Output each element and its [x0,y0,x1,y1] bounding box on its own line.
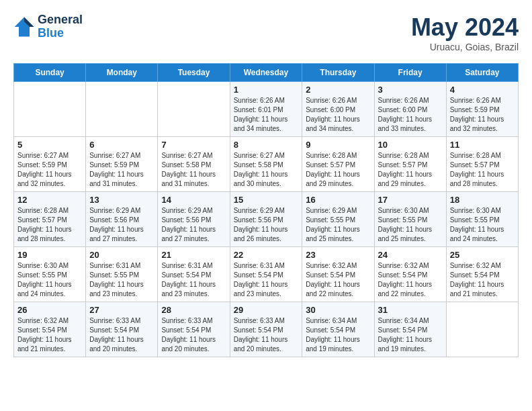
calendar-cell: 24Sunrise: 6:32 AM Sunset: 5:54 PM Dayli… [374,247,446,302]
day-number: 11 [450,140,515,150]
calendar-cell: 19Sunrise: 6:30 AM Sunset: 5:55 PM Dayli… [14,247,86,302]
calendar-cell: 9Sunrise: 6:28 AM Sunset: 5:57 PM Daylig… [302,137,374,192]
day-info: Sunrise: 6:33 AM Sunset: 5:54 PM Dayligh… [161,316,226,354]
calendar-row: 19Sunrise: 6:30 AM Sunset: 5:55 PM Dayli… [14,247,519,302]
day-number: 9 [306,140,370,150]
day-number: 1 [234,85,299,95]
day-number: 2 [306,85,370,95]
calendar-cell: 29Sunrise: 6:33 AM Sunset: 5:54 PM Dayli… [230,302,302,357]
calendar-cell: 10Sunrise: 6:28 AM Sunset: 5:57 PM Dayli… [374,137,446,192]
calendar-table: SundayMondayTuesdayWednesdayThursdayFrid… [13,63,519,357]
calendar-row: 5Sunrise: 6:27 AM Sunset: 5:59 PM Daylig… [14,137,519,192]
day-info: Sunrise: 6:26 AM Sunset: 6:00 PM Dayligh… [378,96,443,134]
day-info: Sunrise: 6:28 AM Sunset: 5:57 PM Dayligh… [450,151,515,189]
weekday-header: Saturday [446,64,518,82]
calendar-row: 1Sunrise: 6:26 AM Sunset: 6:01 PM Daylig… [14,82,519,137]
weekday-header: Thursday [302,64,374,82]
weekday-header: Sunday [14,64,86,82]
calendar-cell [86,82,158,137]
calendar-row: 12Sunrise: 6:28 AM Sunset: 5:57 PM Dayli… [14,192,519,247]
day-info: Sunrise: 6:32 AM Sunset: 5:54 PM Dayligh… [378,261,443,299]
day-number: 31 [378,305,443,315]
day-number: 12 [17,195,82,205]
day-number: 14 [161,195,226,205]
day-number: 28 [161,305,226,315]
day-info: Sunrise: 6:26 AM Sunset: 5:59 PM Dayligh… [450,96,515,134]
day-number: 22 [234,250,299,260]
calendar-cell: 5Sunrise: 6:27 AM Sunset: 5:59 PM Daylig… [14,137,86,192]
day-info: Sunrise: 6:32 AM Sunset: 5:54 PM Dayligh… [306,261,370,299]
calendar-cell: 23Sunrise: 6:32 AM Sunset: 5:54 PM Dayli… [302,247,374,302]
day-number: 7 [161,140,226,150]
day-info: Sunrise: 6:32 AM Sunset: 5:54 PM Dayligh… [17,316,82,354]
calendar-cell: 7Sunrise: 6:27 AM Sunset: 5:58 PM Daylig… [158,137,230,192]
day-info: Sunrise: 6:30 AM Sunset: 5:55 PM Dayligh… [17,261,82,299]
day-info: Sunrise: 6:26 AM Sunset: 6:01 PM Dayligh… [234,96,299,134]
calendar-cell: 31Sunrise: 6:34 AM Sunset: 5:54 PM Dayli… [374,302,446,357]
day-info: Sunrise: 6:29 AM Sunset: 5:55 PM Dayligh… [306,206,370,244]
calendar-cell [14,82,86,137]
day-info: Sunrise: 6:31 AM Sunset: 5:54 PM Dayligh… [234,261,299,299]
day-info: Sunrise: 6:27 AM Sunset: 5:59 PM Dayligh… [89,151,154,189]
day-number: 5 [17,140,82,150]
page-header: General Blue May 2024 Uruacu, Goias, Bra… [13,13,519,52]
day-number: 6 [89,140,154,150]
calendar-row: 26Sunrise: 6:32 AM Sunset: 5:54 PM Dayli… [14,302,519,357]
calendar-cell: 22Sunrise: 6:31 AM Sunset: 5:54 PM Dayli… [230,247,302,302]
day-number: 15 [234,195,299,205]
day-number: 3 [378,85,443,95]
day-info: Sunrise: 6:29 AM Sunset: 5:56 PM Dayligh… [234,206,299,244]
weekday-header: Friday [374,64,446,82]
location-subtitle: Uruacu, Goias, Brazil [411,42,519,52]
calendar-cell: 1Sunrise: 6:26 AM Sunset: 6:01 PM Daylig… [230,82,302,137]
month-title: May 2024 [411,13,519,42]
weekday-header: Wednesday [230,64,302,82]
day-info: Sunrise: 6:30 AM Sunset: 5:55 PM Dayligh… [450,206,515,244]
calendar-header: SundayMondayTuesdayWednesdayThursdayFrid… [14,64,519,82]
calendar-cell: 4Sunrise: 6:26 AM Sunset: 5:59 PM Daylig… [446,82,518,137]
day-info: Sunrise: 6:28 AM Sunset: 5:57 PM Dayligh… [378,151,443,189]
calendar-cell: 8Sunrise: 6:27 AM Sunset: 5:58 PM Daylig… [230,137,302,192]
calendar-cell: 3Sunrise: 6:26 AM Sunset: 6:00 PM Daylig… [374,82,446,137]
day-info: Sunrise: 6:29 AM Sunset: 5:56 PM Dayligh… [89,206,154,244]
calendar-cell: 14Sunrise: 6:29 AM Sunset: 5:56 PM Dayli… [158,192,230,247]
day-number: 18 [450,195,515,205]
day-info: Sunrise: 6:28 AM Sunset: 5:57 PM Dayligh… [306,151,370,189]
logo-text-blue: Blue [38,27,83,40]
calendar-cell: 30Sunrise: 6:34 AM Sunset: 5:54 PM Dayli… [302,302,374,357]
calendar-cell: 16Sunrise: 6:29 AM Sunset: 5:55 PM Dayli… [302,192,374,247]
day-number: 27 [89,305,154,315]
calendar-cell: 26Sunrise: 6:32 AM Sunset: 5:54 PM Dayli… [14,302,86,357]
calendar-cell: 25Sunrise: 6:32 AM Sunset: 5:54 PM Dayli… [446,247,518,302]
day-info: Sunrise: 6:27 AM Sunset: 5:59 PM Dayligh… [17,151,82,189]
day-info: Sunrise: 6:26 AM Sunset: 6:00 PM Dayligh… [306,96,370,134]
day-number: 24 [378,250,443,260]
day-info: Sunrise: 6:30 AM Sunset: 5:55 PM Dayligh… [378,206,443,244]
calendar-cell [158,82,230,137]
calendar-body: 1Sunrise: 6:26 AM Sunset: 6:01 PM Daylig… [14,82,519,357]
calendar-cell: 2Sunrise: 6:26 AM Sunset: 6:00 PM Daylig… [302,82,374,137]
calendar-cell: 28Sunrise: 6:33 AM Sunset: 5:54 PM Dayli… [158,302,230,357]
day-number: 21 [161,250,226,260]
day-info: Sunrise: 6:27 AM Sunset: 5:58 PM Dayligh… [234,151,299,189]
day-info: Sunrise: 6:33 AM Sunset: 5:54 PM Dayligh… [89,316,154,354]
calendar-cell: 15Sunrise: 6:29 AM Sunset: 5:56 PM Dayli… [230,192,302,247]
calendar-cell: 27Sunrise: 6:33 AM Sunset: 5:54 PM Dayli… [86,302,158,357]
day-number: 16 [306,195,370,205]
day-info: Sunrise: 6:31 AM Sunset: 5:54 PM Dayligh… [161,261,226,299]
calendar-cell [446,302,518,357]
logo-text-general: General [38,13,83,27]
day-number: 17 [378,195,443,205]
day-number: 13 [89,195,154,205]
calendar-cell: 18Sunrise: 6:30 AM Sunset: 5:55 PM Dayli… [446,192,518,247]
day-number: 19 [17,250,82,260]
calendar-cell: 13Sunrise: 6:29 AM Sunset: 5:56 PM Dayli… [86,192,158,247]
day-number: 8 [234,140,299,150]
day-info: Sunrise: 6:34 AM Sunset: 5:54 PM Dayligh… [306,316,370,354]
day-number: 30 [306,305,370,315]
day-info: Sunrise: 6:27 AM Sunset: 5:58 PM Dayligh… [161,151,226,189]
day-number: 23 [306,250,370,260]
day-number: 25 [450,250,515,260]
day-info: Sunrise: 6:29 AM Sunset: 5:56 PM Dayligh… [161,206,226,244]
day-number: 26 [17,305,82,315]
